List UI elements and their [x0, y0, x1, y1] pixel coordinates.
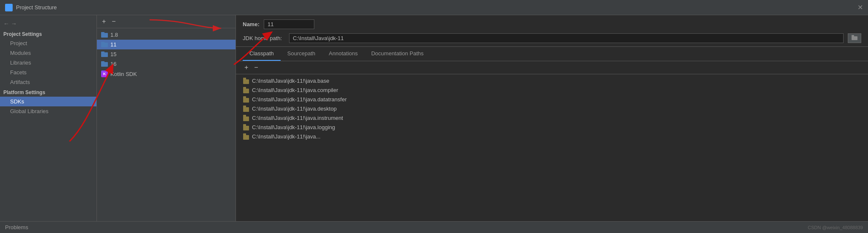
sdk-label: 15: [110, 51, 116, 57]
svg-rect-4: [852, 36, 857, 40]
classpath-label: C:\Install\Java\jdk-11!\java.logging: [252, 124, 335, 130]
jar-icon: [243, 96, 249, 103]
sidebar-item-sdks[interactable]: SDKs: [0, 97, 96, 106]
classpath-label: C:\Install\Java\jdk-11!\java.datatransfe…: [252, 96, 347, 103]
jar-icon: [243, 114, 249, 121]
jar-icon: [243, 124, 249, 130]
project-settings-label: Project Settings: [0, 29, 96, 38]
right-panel: Name: JDK home path:: [236, 15, 868, 233]
classpath-item[interactable]: C:\Install\Java\jdk-11!\java.base: [243, 76, 861, 85]
sdk-item-11[interactable]: 11: [97, 40, 236, 49]
folder-icon: [101, 61, 108, 67]
jar-icon: [243, 133, 249, 140]
tab-sourcepath[interactable]: Sourcepath: [281, 47, 322, 61]
classpath-label: C:\Install\Java\jdk-11!\java...: [252, 133, 321, 140]
folder-icon: [101, 42, 108, 47]
remove-sdk-button[interactable]: −: [110, 18, 117, 25]
add-classpath-button[interactable]: +: [243, 64, 250, 71]
browse-button[interactable]: [848, 33, 861, 43]
back-button[interactable]: ←: [3, 20, 9, 27]
tab-documentation-paths[interactable]: Documentation Paths: [364, 47, 430, 61]
name-label: Name:: [243, 21, 260, 27]
watermark: CSDN @weixin_48088839: [808, 225, 863, 230]
sdk-item-kotlin[interactable]: K Kotlin SDK: [97, 69, 236, 79]
jdk-path-input[interactable]: [289, 33, 844, 43]
sidebar-item-modules[interactable]: Modules: [0, 48, 96, 58]
sidebar: ← → Project Settings Project Modules Lib…: [0, 15, 97, 233]
folder-icon: [101, 32, 108, 38]
svg-rect-5: [852, 35, 854, 37]
sdk-toolbar: + −: [97, 15, 236, 28]
sdk-label: 16: [110, 61, 116, 67]
classpath-item[interactable]: C:\Install\Java\jdk-11!\java.datatransfe…: [243, 95, 861, 104]
right-panel-header: Name: JDK home path:: [236, 15, 868, 47]
tab-annotations[interactable]: Annotations: [322, 47, 364, 61]
jdk-row: JDK home path:: [243, 33, 861, 43]
sdk-item-16[interactable]: 16: [97, 59, 236, 69]
classpath-label: C:\Install\Java\jdk-11!\java.compiler: [252, 87, 338, 93]
sidebar-item-libraries[interactable]: Libraries: [0, 58, 96, 68]
classpath-toolbar: + −: [236, 61, 868, 74]
classpath-label: C:\Install\Java\jdk-11!\java.instrument: [252, 115, 343, 121]
problems-button[interactable]: Problems: [5, 224, 28, 230]
tab-classpath[interactable]: Classpath: [243, 47, 281, 61]
classpath-item[interactable]: C:\Install\Java\jdk-11!\java.logging: [243, 122, 861, 132]
sidebar-item-facets[interactable]: Facets: [0, 68, 96, 77]
kotlin-icon: K: [101, 70, 108, 77]
sdk-list: 1.8 11 15 16 K Kotlin SDK: [97, 28, 236, 233]
jar-icon: [243, 87, 249, 93]
classpath-item[interactable]: C:\Install\Java\jdk-11!\java.instrument: [243, 113, 861, 122]
svg-rect-2: [9, 8, 11, 9]
bottom-bar: Problems CSDN @weixin_48088839: [0, 221, 868, 233]
jar-icon: [243, 77, 249, 84]
sdk-label: 11: [110, 41, 116, 48]
classpath-item[interactable]: C:\Install\Java\jdk-11!\java.compiler: [243, 85, 861, 95]
classpath-list: C:\Install\Java\jdk-11!\java.base C:\Ins…: [236, 74, 868, 233]
tabs-row: Classpath Sourcepath Annotations Documen…: [236, 47, 868, 61]
main-layout: ← → Project Settings Project Modules Lib…: [0, 15, 868, 233]
sidebar-item-project[interactable]: Project: [0, 38, 96, 48]
app-icon: [5, 4, 13, 11]
sdk-list-panel: + − 1.8 11 15 16 K Kotlin SDK: [97, 15, 236, 233]
sdk-label: Kotlin SDK: [110, 71, 137, 77]
jar-icon: [243, 105, 249, 112]
nav-row: ← →: [0, 19, 96, 29]
platform-settings-label: Platform Settings: [0, 87, 96, 97]
window-title: Project Structure: [16, 4, 57, 11]
name-row: Name:: [243, 19, 861, 29]
sdk-label: 1.8: [110, 32, 118, 38]
add-sdk-button[interactable]: +: [100, 18, 107, 25]
classpath-item[interactable]: C:\Install\Java\jdk-11!\java...: [243, 132, 861, 141]
remove-classpath-button[interactable]: −: [252, 64, 260, 71]
sidebar-item-artifacts[interactable]: Artifacts: [0, 77, 96, 87]
jdk-label: JDK home path:: [243, 35, 285, 41]
close-button[interactable]: ✕: [857, 3, 863, 11]
classpath-label: C:\Install\Java\jdk-11!\java.desktop: [252, 106, 337, 112]
classpath-label: C:\Install\Java\jdk-11!\java.base: [252, 78, 330, 84]
name-input[interactable]: [264, 19, 314, 29]
sdk-item-15[interactable]: 15: [97, 49, 236, 59]
sidebar-item-global-libraries[interactable]: Global Libraries: [0, 106, 96, 116]
sdk-item-1.8[interactable]: 1.8: [97, 30, 236, 40]
folder-icon: [101, 51, 108, 57]
classpath-item[interactable]: C:\Install\Java\jdk-11!\java.desktop: [243, 104, 861, 113]
forward-button[interactable]: →: [11, 20, 17, 27]
title-bar: Project Structure ✕: [0, 0, 868, 15]
svg-rect-1: [7, 6, 9, 8]
